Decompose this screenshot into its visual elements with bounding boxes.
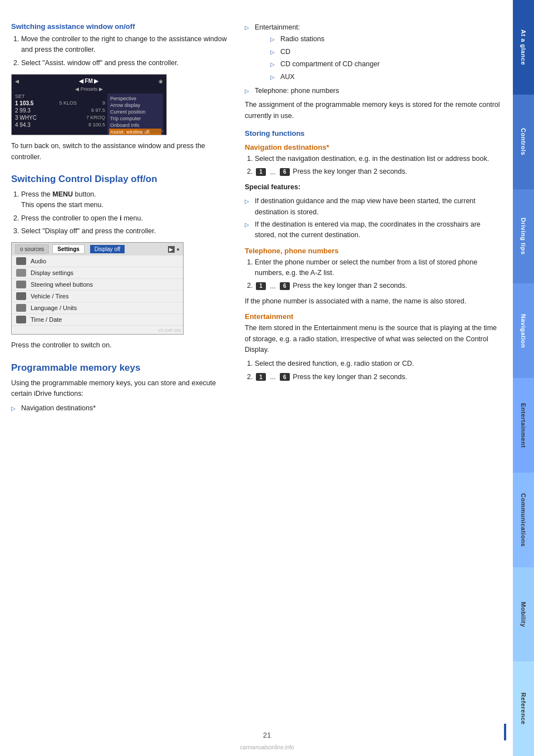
sidebar-tab-mobility[interactable]: Mobility [513, 567, 534, 662]
special-feature-2: If the destination is entered via map, t… [245, 219, 503, 241]
sidebar-tab-driving[interactable]: Driving tips [513, 189, 534, 284]
entertainment-bullets-top: Entertainment: Radio stations CD CD comp… [245, 22, 503, 96]
bullet-radio: Radio stations [270, 34, 503, 45]
nav-destinations-steps: Select the navigation destination, e.g. … [245, 154, 503, 178]
sidebar-tabs: At a glance Controls Driving tips Naviga… [513, 0, 534, 756]
time-icon [16, 316, 26, 323]
entertainment-step-2: 1 ... 6 Press the key longer than 2 seco… [255, 372, 503, 382]
dots-1: ... [270, 168, 277, 176]
programmable-section: Programmable memory keys Using the progr… [11, 362, 228, 414]
key-e1: 1 [256, 373, 266, 381]
settings-tab: Settings [52, 244, 84, 254]
sidebar-tab-reference[interactable]: Reference [513, 661, 534, 756]
key-group-t6: 6 [279, 282, 291, 290]
sidebar-tab-communications[interactable]: Communications [513, 473, 534, 567]
telephone-step-1: Enter the phone number or select the num… [255, 257, 503, 279]
bullet-telephone: Telephone: phone numbers [245, 86, 503, 96]
bullet-cd-changer: CD compartment of CD changer [270, 59, 503, 70]
key-t6: 6 [280, 282, 290, 290]
dots-e: ... [270, 373, 277, 381]
right-column: Entertainment: Radio stations CD CD comp… [245, 22, 503, 417]
audio-label: Audio [31, 258, 46, 264]
switching-step-1: Move the controller to the right to chan… [21, 34, 228, 56]
sidebar-tab-at-glance[interactable]: At a glance [513, 0, 534, 95]
control-display-heading: Switching Control Display off/on [11, 174, 228, 185]
entertainment-steps: Select the desired function, e.g. radio … [245, 359, 503, 382]
settings-screenshot: o sources Settings Display off ▶ ● Audio… [11, 242, 184, 335]
steering-icon [16, 281, 26, 288]
key-group-1: 1 [255, 168, 267, 176]
sidebar-tab-entertainment-label: Entertainment [520, 403, 527, 448]
switching-assistance-steps: Move the controller to the right to chan… [11, 34, 228, 68]
sidebar-tab-driving-label: Driving tips [520, 218, 527, 255]
sources-tab: o sources [15, 244, 49, 254]
vehicle-label: Vehicle / Tires [31, 293, 68, 300]
key-t1: 1 [256, 282, 266, 290]
sidebar-tab-at-glance-label: At a glance [520, 30, 527, 65]
sidebar-tab-reference-label: Reference [520, 693, 527, 725]
sidebar-tab-controls[interactable]: Controls [513, 95, 534, 189]
key-group-e6: 6 [279, 373, 291, 381]
storing-heading: Storing functions [245, 129, 503, 138]
switching-assistance-heading: Switching assistance window on/off [11, 22, 228, 31]
settings-audio-item: Audio [12, 256, 183, 267]
control-display-steps: Press the MENU button.This opens the sta… [11, 189, 228, 237]
settings-steering-item: Steering wheel buttons [12, 279, 183, 291]
display-label: Display settings [31, 269, 73, 276]
nav-forward-icon: ▶ [168, 246, 175, 253]
telephone-subsection: Telephone, phone numbers Enter the phone… [245, 247, 503, 307]
display-icon [16, 269, 26, 277]
display-off-btn: Display off [90, 245, 125, 253]
programmable-bullets: Navigation destinations* [11, 403, 228, 414]
entertainment-step-1: Select the desired function, e.g. radio … [255, 359, 503, 369]
switching-step-2: Select "Assist. window off" and press th… [21, 58, 228, 68]
nav-destinations-subsection: Navigation destinations* Select the navi… [245, 143, 503, 241]
sidebar-tab-entertainment[interactable]: Entertainment [513, 378, 534, 473]
control-display-section: Switching Control Display off/on Press t… [11, 174, 228, 351]
dot-icon: ● [176, 246, 180, 252]
steering-label: Steering wheel buttons [31, 281, 93, 288]
key-group-t1: 1 [255, 282, 267, 290]
dots-t: ... [270, 282, 277, 290]
key-group-e1: 1 [255, 373, 267, 381]
settings-vehicle-item: Vehicle / Tires [12, 291, 183, 302]
switching-assistance-section: Switching assistance window on/off Move … [11, 22, 228, 163]
assignment-note: The assignment of the programmable memor… [245, 100, 503, 121]
control-display-note: Press the controller to switch on. [11, 340, 228, 351]
time-label: Time / Date [31, 316, 62, 323]
control-step-1: Press the MENU button.This opens the sta… [21, 189, 228, 211]
special-feature-1: If destination guidance and the map view… [245, 196, 503, 218]
bullet-entertainment: Entertainment: Radio stations CD CD comp… [245, 22, 503, 82]
sidebar-tab-navigation-label: Navigation [520, 314, 527, 348]
left-column: Switching assistance window on/off Move … [11, 22, 228, 417]
bullet-cd: CD [270, 47, 503, 57]
settings-language-item: Language / Units [12, 302, 183, 314]
special-features-list: If destination guidance and the map view… [245, 196, 503, 241]
key-6: 6 [280, 168, 290, 176]
radio-screenshot: ◀ ◀ FM ▶ ◉ ◀ Presets ▶ SET 1 103.55 KLOS… [11, 74, 167, 135]
key-group-6: 6 [279, 168, 291, 176]
settings-time-item: Time / Date [12, 314, 183, 326]
control-step-2: Press the controller to open the i menu. [21, 213, 228, 224]
sidebar-tab-navigation[interactable]: Navigation [513, 283, 534, 378]
switching-note: To turn back on, switch to the assistanc… [11, 141, 228, 163]
settings-display-item: Display settings [12, 267, 183, 279]
audio-icon [16, 257, 26, 265]
bullet-aux: AUX [270, 72, 503, 82]
page-number: 21 [263, 731, 271, 739]
sidebar-tab-controls-label: Controls [520, 128, 527, 155]
telephone-steps: Enter the phone number or select the num… [245, 257, 503, 292]
language-label: Language / Units [31, 305, 77, 311]
telephone-heading: Telephone, phone numbers [245, 247, 503, 255]
telephone-note: If the phone number is associated with a… [245, 296, 503, 307]
main-content: Switching assistance window on/off Move … [11, 0, 503, 450]
key-1: 1 [256, 168, 266, 176]
language-icon [16, 304, 26, 312]
control-step-3: Select "Display off" and press the contr… [21, 226, 228, 237]
nav-destinations-heading: Navigation destinations* [245, 143, 503, 151]
page-number-line [504, 724, 506, 740]
bullet-nav-destinations: Navigation destinations* [11, 403, 228, 414]
entertainment-heading: Entertainment [245, 312, 503, 321]
storing-functions-section: Storing functions Navigation destination… [245, 129, 503, 382]
special-features-label: Special features: [245, 182, 503, 193]
